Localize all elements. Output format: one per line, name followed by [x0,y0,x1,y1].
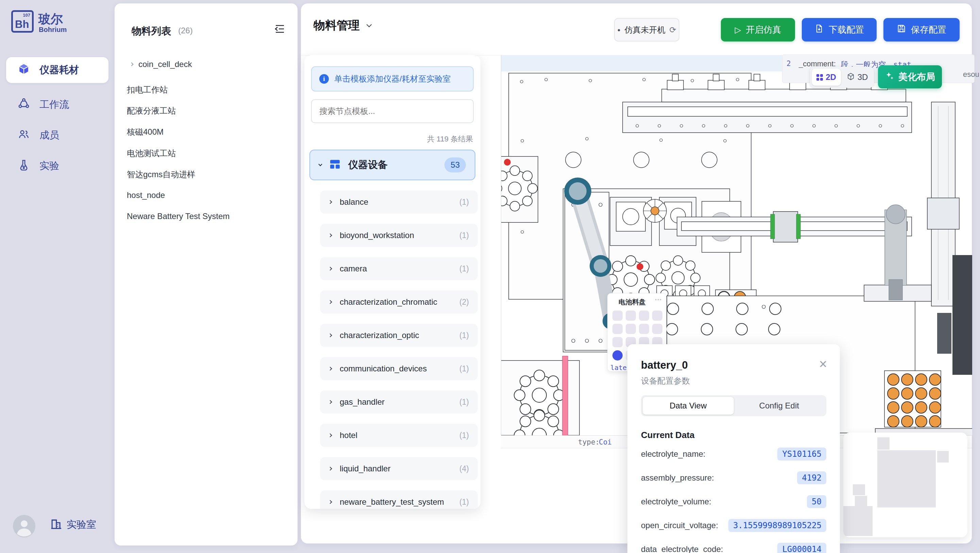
refresh-icon[interactable]: ⟳ [669,25,676,35]
material-item[interactable]: 扣电工作站 [127,84,168,95]
palette-hint-banner: i 单击模板添加仪器/耗材至实验室 [311,66,474,91]
page-title: 物料管理 [313,18,360,33]
building-icon [49,518,62,532]
material-item-label: coin_cell_deck [138,59,192,69]
close-icon[interactable]: × [819,357,827,371]
search-input[interactable] [311,99,474,123]
data-field-row: open_circuit_voltage: 3.1559998989105225 [641,518,826,533]
material-item[interactable]: 智达gcms自动进样 [127,169,195,180]
material-list-panel: 物料列表 (26) coin_cell_deck 扣电工作站 配液分液工站 核磁… [115,3,298,545]
material-item-expandable[interactable]: coin_cell_deck [130,59,192,69]
tab-data-view[interactable]: Data View [643,397,734,414]
chevron-right-icon [328,400,332,404]
grid-2d-icon [816,74,823,81]
sidebar-item-members[interactable]: 成员 [6,123,108,148]
tray-menu-icon[interactable]: ••• [655,297,662,302]
palette-item-communication-devices[interactable]: communication_devices (1) [320,357,478,380]
palette-item-characterization-chromatic[interactable]: characterization_chromatic (2) [320,290,478,314]
palette-item-bioyond-workstation[interactable]: bioyond_workstation (1) [320,224,478,247]
tab-config-edit-label: Config Edit [759,401,799,411]
data-field-row: electrolyte_name: YS101165 [641,446,826,462]
palette-item-hotel[interactable]: hotel (1) [320,424,478,447]
status-dot-icon: ● [617,27,620,33]
app-root: 107 Bh 玻尔 Bohrium 仪器耗材 工作流 成员 [0,0,980,553]
palette-item-characterization-optic[interactable]: characterization_optic (1) [320,324,478,347]
chevron-right-icon [328,267,332,270]
palette-item-count: (2) [460,298,469,307]
node-type-value: Coi [599,438,612,446]
field-value: 50 [807,495,826,508]
chevron-right-icon [328,500,332,504]
palette-item-neware-battery-test-system[interactable]: neware_battery_test_system (1) [320,491,478,509]
field-label: open_circuit_voltage: [641,521,718,530]
minimap-node [937,451,949,462]
start-simulation-button[interactable]: ▷ 开启仿真 [721,18,795,41]
palette-item-count: (1) [460,198,469,207]
palette-category-instruments[interactable]: 仪器设备 53 [309,150,476,180]
category-grid-icon [330,159,340,171]
popup-tabs: Data View Config Edit [641,395,826,416]
material-item[interactable]: host_node [127,190,165,200]
status-label: 仿真未开机 [624,24,665,35]
collapse-panel-icon[interactable] [274,24,285,35]
minimap[interactable] [843,433,967,537]
material-item[interactable]: 配液分液工站 [127,105,176,116]
chevron-down-icon [367,22,372,27]
field-label: electrolyte_name: [641,449,705,459]
results-count: 共 119 条结果 [427,134,473,144]
palette-item-label: camera [340,264,451,273]
field-value: YS101165 [777,448,826,461]
popup-title: battery_0 [641,359,688,371]
tab-data-view-label: Data View [670,401,706,411]
material-item[interactable]: 核磁400M [127,126,164,137]
material-item[interactable]: 电池测试工站 [127,148,176,159]
chevron-right-icon [328,300,332,304]
clipped-node-text: esou [963,70,979,79]
chevron-right-icon [328,367,332,370]
palette-item-count: (1) [460,231,469,240]
palette-item-label: neware_battery_test_system [340,497,457,507]
experiment-icon [18,159,30,174]
simulation-status[interactable]: ● 仿真未开机 ⟳ [614,18,679,41]
tab-config-edit[interactable]: Config Edit [734,397,825,414]
material-item[interactable]: Neware Battery Test System [127,212,229,221]
toggle-3d[interactable]: 3D [843,69,872,86]
info-icon: i [319,74,329,84]
palette-item-label: gas_handler [340,397,451,407]
battery-tray-title: 电池料盘 [619,298,646,307]
palette-item-label: balance [340,197,451,207]
palette-item-gas-handler[interactable]: gas_handler (1) [320,390,478,414]
current-data-heading: Current Data [641,430,694,440]
page-title-group[interactable]: 物料管理 [313,18,371,33]
palette-item-liquid-handler[interactable]: liquid_handler (4) [320,457,478,480]
field-value: LG000014 [777,543,826,553]
palette-item-balance[interactable]: balance (1) [320,190,478,214]
minimap-node [877,450,936,507]
chevron-down-icon [318,162,322,166]
category-label: 仪器设备 [348,158,436,172]
sparkles-icon [885,72,894,82]
chevron-right-icon [328,200,332,204]
sidebar-item-workflow[interactable]: 工作流 [6,92,108,118]
avatar[interactable] [13,515,35,539]
palette-item-camera[interactable]: camera (1) [320,257,478,280]
minimap-node [855,496,867,507]
toggle-2d[interactable]: 2D [812,69,841,86]
node-type-key: type: [578,438,600,446]
download-config-button[interactable]: 下载配置 [802,18,877,41]
cube-icon [18,63,30,78]
field-label: assembly_pressure: [641,473,714,483]
field-value: 3.1559998989105225 [729,519,826,532]
app-logo[interactable]: 107 Bh [11,10,33,33]
sidebar-item-experiment[interactable]: 实验 [6,153,108,179]
save-config-button[interactable]: 保存配置 [883,18,959,41]
material-list-count: (26) [178,26,193,35]
workflow-icon [18,97,30,112]
selected-battery-slot[interactable] [612,350,623,360]
minimap-node [853,484,865,495]
sidebar-lab-link[interactable]: 实验室 [49,518,96,532]
chevron-right-icon [130,62,133,66]
beautify-layout-button[interactable]: 美化布局 [878,65,942,88]
logo-symbol: Bh [15,18,29,30]
sidebar-item-instruments[interactable]: 仪器耗材 [6,57,108,83]
